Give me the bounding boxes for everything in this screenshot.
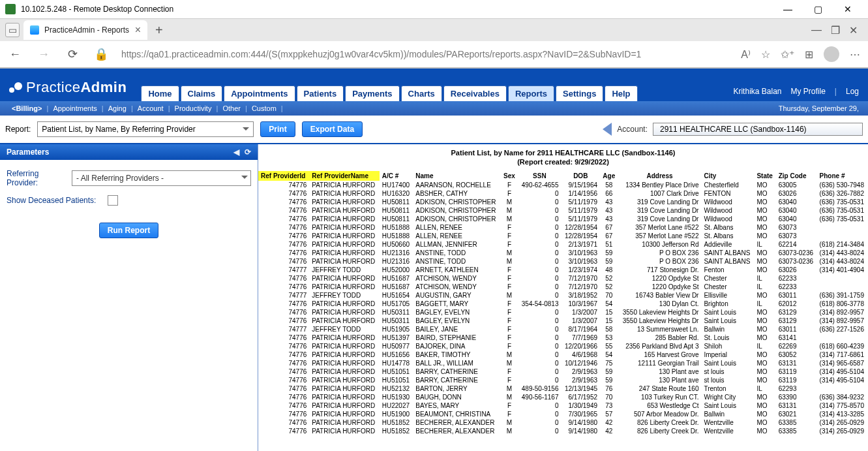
table-row[interactable]: 74776PATRICIA HURFORDHU51852BECHERER, AL… — [258, 427, 868, 435]
report-col-header: Ref ProviderId — [258, 171, 309, 181]
ref-provider-select[interactable]: - All Referring Providers - — [72, 170, 251, 186]
table-row[interactable]: 74776PATRICIA HURFORDHU51656BAKER, TIMOT… — [258, 350, 868, 359]
report-select-value: Patient List, by Name, By Referring Prov… — [42, 125, 195, 134]
report-col-header: City — [701, 171, 754, 181]
browser-restore-icon[interactable]: ❐ — [831, 24, 840, 37]
table-row[interactable]: 74776PATRICIA HURFORDHU51687ATCHISON, WE… — [258, 274, 868, 283]
browser-tab[interactable]: PracticeAdmin - Reports × — [23, 20, 147, 40]
table-row[interactable]: 74777JEFFREY TODDHU51905BAILEY, JANEF08/… — [258, 325, 868, 334]
new-tab-button[interactable]: + — [151, 23, 167, 38]
main-nav-tab-home[interactable]: Home — [141, 86, 179, 101]
main-nav-tab-claims[interactable]: Claims — [181, 86, 223, 101]
profile-avatar[interactable] — [824, 46, 839, 62]
main-nav-tab-patients[interactable]: Patients — [297, 86, 344, 101]
main-nav-tab-receivables[interactable]: Receivables — [443, 86, 507, 101]
window-minimize-button[interactable]: — — [773, 0, 803, 18]
sub-nav-other[interactable]: Other — [220, 104, 243, 112]
table-row[interactable]: 74776PATRICIA HURFORDHU50311BAGLEY, EVEL… — [258, 308, 868, 317]
report-header-row: Ref ProviderIdRef ProviderNameA/C #NameS… — [258, 171, 868, 181]
main-nav-tab-appointments[interactable]: Appointments — [224, 86, 295, 101]
table-row[interactable]: 74776PATRICIA HURFORDHU14778BALL JR., WI… — [258, 359, 868, 367]
show-deceased-checkbox[interactable] — [108, 195, 118, 206]
table-row[interactable]: 74776PATRICIA HURFORDHU51888ALLEN, RENEE… — [258, 232, 868, 240]
main-nav-tab-charts[interactable]: Charts — [401, 86, 442, 101]
table-row[interactable]: 74776PATRICIA HURFORDHU50811ADKISON, CHR… — [258, 206, 868, 215]
table-row[interactable]: 74776PATRICIA HURFORDHU51888ALLEN, RENEE… — [258, 223, 868, 232]
window-title: 10.102.5.248 - Remote Desktop Connection — [21, 5, 173, 14]
nav-refresh-button[interactable]: ⟳ — [64, 47, 81, 61]
table-row[interactable]: 74776PATRICIA HURFORDHU50660ALLMAN, JENN… — [258, 240, 868, 249]
tab-actions-button[interactable]: ▭ — [5, 23, 20, 37]
table-row[interactable]: 74777JEFFREY TODDHU52000ARNETT, KATHLEEN… — [258, 266, 868, 274]
table-row[interactable]: 74776PATRICIA HURFORDHU51687ATCHISON, WE… — [258, 283, 868, 291]
sub-nav-billing[interactable]: <Billing> — [9, 104, 44, 112]
favorites-add-icon[interactable]: ✩⁺ — [781, 48, 794, 61]
sub-nav-custom[interactable]: Custom — [249, 104, 279, 112]
table-row[interactable]: 74776PATRICIA HURFORDHU50311BAGLEY, EVEL… — [258, 317, 868, 325]
window-close-button[interactable]: ✕ — [833, 0, 863, 18]
table-row[interactable]: 74777JEFFREY TODDHU51654AUGUSTIN, GARYM0… — [258, 291, 868, 300]
run-report-button[interactable]: Run Report — [99, 223, 158, 238]
print-button[interactable]: Print — [260, 121, 295, 137]
panel-back-icon[interactable]: ◀ — [233, 148, 239, 157]
collections-icon[interactable]: ⊞ — [805, 48, 813, 61]
main-nav-tab-settings[interactable]: Settings — [556, 86, 603, 101]
panel-refresh-icon[interactable]: ⟳ — [245, 148, 251, 157]
nav-back-button[interactable]: ← — [7, 48, 23, 61]
tab-close-icon[interactable]: × — [135, 25, 141, 35]
header-logout[interactable]: Log — [846, 87, 859, 96]
table-row[interactable]: 74776PATRICIA HURFORDHU17400AARANSON, RO… — [258, 181, 868, 189]
ref-provider-label: Referring Provider: — [7, 169, 72, 187]
nav-forward-button[interactable]: → — [35, 48, 52, 61]
report-col-header: DOB — [561, 171, 601, 181]
main-nav-tab-payments[interactable]: Payments — [345, 86, 399, 101]
browser-menu-icon[interactable]: ⋯ — [850, 48, 861, 61]
report-col-header: Ref ProviderName — [309, 171, 379, 181]
header-my-profile[interactable]: My Profile — [791, 87, 826, 96]
table-row[interactable]: 74776PATRICIA HURFORDHU21316ANSTINE, TOD… — [258, 257, 868, 266]
account-value-box[interactable]: 2911 HEALTHCARE LLC (Sandbox-1146) — [653, 123, 863, 136]
browser-minimize-icon[interactable]: — — [811, 24, 822, 37]
table-row[interactable]: 74776PATRICIA HURFORDHU51397BAIRD, STEPH… — [258, 334, 868, 342]
logo-text-2: Admin — [80, 79, 127, 96]
sub-nav-aging[interactable]: Aging — [106, 104, 129, 112]
table-row[interactable]: 74776PATRICIA HURFORDHU22027BAYES, MARYF… — [258, 401, 868, 410]
report-table: Ref ProviderIdRef ProviderNameA/C #NameS… — [258, 171, 868, 435]
report-col-header: Sex — [501, 171, 518, 181]
report-title-line2: (Report created: 9/29/2022) — [258, 157, 868, 166]
export-button[interactable]: Export Data — [302, 121, 363, 137]
read-aloud-icon[interactable]: A⁾ — [741, 48, 751, 61]
report-select[interactable]: Patient List, by Name, By Referring Prov… — [37, 121, 254, 137]
table-row[interactable]: 74776PATRICIA HURFORDHU16320ABSHER, CATH… — [258, 189, 868, 198]
table-row[interactable]: 74776PATRICIA HURFORDHU51051BARRY, CATHE… — [258, 376, 868, 384]
table-row[interactable]: 74776PATRICIA HURFORDHU51705BAGGETT, MAR… — [258, 300, 868, 308]
table-row[interactable]: 74776PATRICIA HURFORDHU21316ANSTINE, TOD… — [258, 249, 868, 257]
table-row[interactable]: 74776PATRICIA HURFORDHU51930BAUGH, DONNM… — [258, 393, 868, 401]
report-title-line1: Patient List, by Name for 2911 HEALTHCAR… — [258, 148, 868, 157]
table-row[interactable]: 74776PATRICIA HURFORDHU51051BARRY, CATHE… — [258, 367, 868, 376]
browser-close-icon[interactable]: ✕ — [849, 24, 858, 37]
table-row[interactable]: 74776PATRICIA HURFORDHU51852BECHERER, AL… — [258, 418, 868, 427]
account-chevron-icon — [603, 123, 612, 136]
browser-chrome: ▭ PracticeAdmin - Reports × + — ❐ ✕ ← → … — [0, 19, 868, 69]
sub-nav-account[interactable]: Account — [135, 104, 166, 112]
report-col-header: Phone # — [817, 171, 868, 181]
sub-nav-appointments[interactable]: Appointments — [50, 104, 99, 112]
parameters-panel-header: Parameters ◀ ⟳ — [0, 144, 258, 160]
address-bar[interactable]: https://qa01.practiceadmin.com:444/(S(mx… — [121, 49, 729, 59]
main-nav-tab-help[interactable]: Help — [605, 86, 637, 101]
favorites-icon[interactable]: ☆ — [761, 48, 770, 61]
table-row[interactable]: 74776PATRICIA HURFORDHU50977BAJOREK, DIN… — [258, 342, 868, 350]
header-username[interactable]: Krithika Balan — [733, 87, 781, 96]
report-toolbar: Report: Patient List, by Name, By Referr… — [0, 116, 868, 144]
sub-nav-productivity[interactable]: Productivity — [172, 104, 215, 112]
table-row[interactable]: 74776PATRICIA HURFORDHU51900BEAUMONT, CH… — [258, 410, 868, 418]
table-row[interactable]: 74776PATRICIA HURFORDHU50811ADKISON, CHR… — [258, 198, 868, 206]
main-nav-tab-reports[interactable]: Reports — [508, 86, 554, 101]
app-logo[interactable]: PracticeAdmin — [0, 79, 136, 101]
report-label: Report: — [5, 125, 31, 134]
table-row[interactable]: 74776PATRICIA HURFORDHU52132BARTON, JERR… — [258, 384, 868, 393]
lock-icon[interactable]: 🔒 — [93, 47, 110, 61]
window-maximize-button[interactable]: ▢ — [803, 0, 833, 18]
table-row[interactable]: 74776PATRICIA HURFORDHU50811ADKISON, CHR… — [258, 215, 868, 223]
